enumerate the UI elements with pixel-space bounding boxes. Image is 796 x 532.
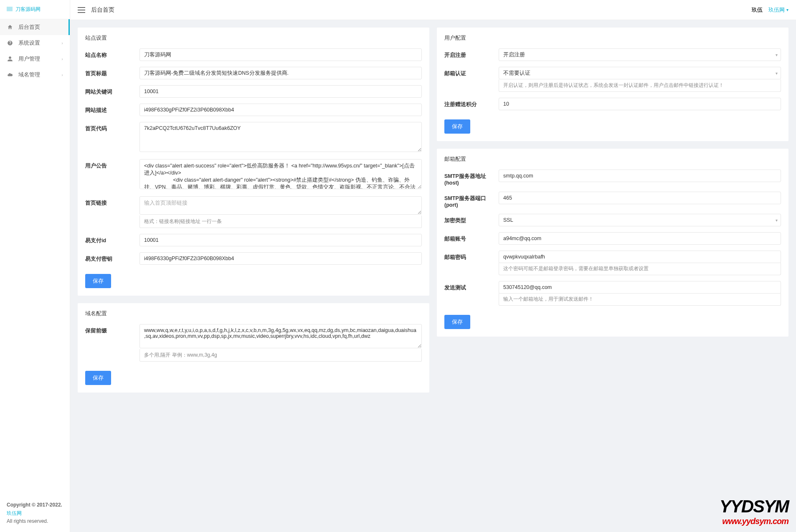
- label-email-verify: 邮箱认证: [444, 67, 499, 77]
- label-mail-account: 邮箱账号: [444, 232, 499, 243]
- dashboard-icon: [7, 40, 13, 46]
- help-test-send: 输入一个邮箱地址，用于测试发送邮件！: [499, 293, 781, 306]
- card-title: 邮箱配置: [437, 149, 788, 167]
- label-site-name: 站点名称: [85, 48, 139, 59]
- copyright-link[interactable]: 玖伍网: [7, 510, 22, 516]
- input-smtp-port[interactable]: [499, 192, 781, 204]
- label-smtp-port: SMTP服务器端口(port): [444, 192, 499, 208]
- card-user-config: 用户配置 开启注册 开启注册 邮箱认证: [437, 28, 788, 141]
- page-title: 后台首页: [91, 6, 114, 14]
- label-home-title: 首页标题: [85, 67, 139, 77]
- save-user-config-button[interactable]: 保存: [444, 119, 470, 134]
- textarea-reserved-prefix[interactable]: www,ww,q,w,e,r,t,y,u,i,o,p,a,s,d,f,g,h,j…: [139, 324, 422, 348]
- sidebar-item-label: 系统设置: [18, 39, 40, 47]
- sidebar-item-domains[interactable]: 域名管理 ›: [0, 67, 70, 83]
- help-mail-password: 这个密码可能不是邮箱登录密码，需要在邮箱里单独获取或者设置: [499, 263, 781, 275]
- textarea-home-links[interactable]: [139, 196, 422, 215]
- chevron-right-icon: ›: [61, 56, 63, 61]
- topbar-user-raw: 玖伍: [752, 6, 763, 14]
- save-mail-config-button[interactable]: 保存: [444, 315, 470, 329]
- help-home-links: 格式：链接名称|链接地址 一行一条: [139, 215, 422, 228]
- label-open-register: 开启注册: [444, 48, 499, 59]
- sidebar-item-system[interactable]: 系统设置 ›: [0, 35, 70, 51]
- home-icon: [7, 24, 13, 30]
- sidebar-nav: 后台首页 系统设置 › 用户管理 › 域名管理: [0, 19, 70, 494]
- label-epay-id: 易支付id: [85, 234, 139, 244]
- input-mail-account[interactable]: [499, 232, 781, 245]
- input-test-send[interactable]: [499, 281, 781, 294]
- topbar-user-link[interactable]: 玖伍网: [768, 6, 785, 14]
- input-epay-key[interactable]: [139, 252, 422, 265]
- label-keywords: 网站关键词: [85, 85, 139, 96]
- card-title: 域名配置: [78, 303, 429, 322]
- card-mail-config: 邮箱配置 SMTP服务器地址(host) SMTP服务器端口(port) 加密类…: [437, 149, 788, 337]
- card-title: 用户配置: [437, 28, 788, 46]
- card-domain-config: 域名配置 保留前缀 www,ww,q,w,e,r,t,y,u,i,o,p,a,s…: [78, 303, 429, 393]
- select-open-register[interactable]: 开启注册: [499, 48, 781, 61]
- card-site-settings: 站点设置 站点名称 首页标题 网站关键词: [78, 28, 429, 296]
- sidebar: 刀客源码网 后台首页 系统设置 › 用户管理 ›: [0, 0, 70, 532]
- save-domain-config-button[interactable]: 保存: [85, 371, 111, 385]
- topbar: 后台首页 玖伍 玖伍网 ▾: [70, 0, 796, 20]
- chevron-right-icon: ›: [61, 41, 63, 46]
- label-smtp-host: SMTP服务器地址(host): [444, 170, 499, 186]
- input-mail-password[interactable]: [499, 251, 781, 263]
- label-reserved-prefix: 保留前缀: [85, 324, 139, 334]
- help-email-verify: 开启认证，则用户注册后是待认证状态，系统会发送一封认证邮件，用户点击邮件中链接进…: [499, 79, 781, 92]
- help-reserved-prefix: 多个用,隔开 举例：www,m,3g,4g: [139, 349, 422, 362]
- label-announcement: 用户公告: [85, 159, 139, 170]
- input-home-title[interactable]: [139, 67, 422, 79]
- copyright-suffix: All rights reserved.: [7, 518, 48, 524]
- sidebar-item-label: 后台首页: [18, 23, 40, 31]
- label-mail-password: 邮箱密码: [444, 251, 499, 261]
- chevron-right-icon: ›: [61, 72, 63, 77]
- label-description: 网站描述: [85, 104, 139, 114]
- cloud-icon: [7, 71, 13, 78]
- label-test-send: 发送测试: [444, 281, 499, 291]
- menu-toggle-icon[interactable]: [78, 7, 85, 13]
- input-site-name[interactable]: [139, 48, 422, 61]
- label-home-code: 首页代码: [85, 122, 139, 132]
- label-bonus-points: 注册赠送积分: [444, 98, 499, 108]
- user-icon: [7, 56, 13, 62]
- card-title: 站点设置: [78, 28, 429, 46]
- logo-text: 刀客源码网: [15, 6, 41, 12]
- label-home-links: 首页链接: [85, 196, 139, 207]
- select-encryption[interactable]: SSL: [499, 214, 781, 226]
- logo: 刀客源码网: [0, 0, 70, 19]
- sidebar-item-label: 域名管理: [18, 71, 40, 79]
- chevron-down-icon: ▾: [786, 8, 788, 12]
- copyright: Copyright © 2017-2022. 玖伍网 All rights re…: [0, 494, 70, 532]
- input-description[interactable]: [139, 104, 422, 116]
- input-smtp-host[interactable]: [499, 170, 781, 182]
- textarea-announcement[interactable]: <div class="alert alert-success" role="a…: [139, 159, 422, 189]
- input-bonus-points[interactable]: [499, 98, 781, 110]
- select-email-verify[interactable]: 不需要认证: [499, 67, 781, 79]
- label-encryption: 加密类型: [444, 214, 499, 224]
- save-site-settings-button[interactable]: 保存: [85, 274, 111, 288]
- input-epay-id[interactable]: [139, 234, 422, 246]
- sidebar-item-label: 用户管理: [18, 55, 40, 63]
- label-epay-key: 易支付密钥: [85, 252, 139, 263]
- textarea-home-code[interactable]: 7k2aPCQ2TctU6762uTvc8T7Uu6ak6ZOY: [139, 122, 422, 152]
- input-keywords[interactable]: [139, 85, 422, 98]
- copyright-prefix: Copyright © 2017-2022.: [7, 502, 62, 508]
- sidebar-item-home[interactable]: 后台首页: [0, 19, 70, 35]
- sidebar-item-users[interactable]: 用户管理 ›: [0, 51, 70, 67]
